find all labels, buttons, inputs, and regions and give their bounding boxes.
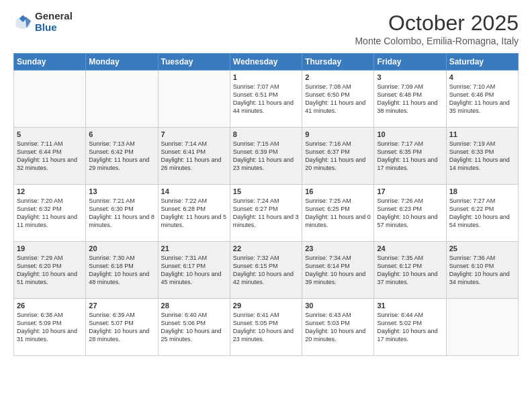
logo: General Blue <box>13 11 73 33</box>
cell-day-number: 25 <box>449 244 515 253</box>
cell-day-number: 12 <box>17 187 83 195</box>
weekday-saturday: Saturday <box>446 54 518 71</box>
logo-icon <box>13 13 32 32</box>
month-title: October 2025 <box>355 11 519 36</box>
logo-blue: Blue <box>35 22 73 34</box>
calendar-cell: 19Sunrise: 7:29 AM Sunset: 6:20 PM Dayli… <box>14 242 86 299</box>
calendar-cell <box>158 71 230 128</box>
cell-day-number: 13 <box>89 187 154 195</box>
cell-info: Sunrise: 7:14 AM Sunset: 6:41 PM Dayligh… <box>161 140 227 173</box>
cell-day-number: 15 <box>233 187 299 195</box>
weekday-thursday: Thursday <box>302 54 374 71</box>
location-title: Monte Colombo, Emilia-Romagna, Italy <box>355 36 519 46</box>
cell-day-number: 1 <box>233 73 299 81</box>
cell-info: Sunrise: 7:32 AM Sunset: 6:15 PM Dayligh… <box>233 254 299 287</box>
cell-day-number: 31 <box>377 302 443 310</box>
week-row-5: 26Sunrise: 6:38 AM Sunset: 5:09 PM Dayli… <box>14 299 519 356</box>
cell-info: Sunrise: 7:25 AM Sunset: 6:25 PM Dayligh… <box>305 197 371 230</box>
calendar-cell: 6Sunrise: 7:13 AM Sunset: 6:42 PM Daylig… <box>86 128 158 185</box>
calendar-cell: 2Sunrise: 7:08 AM Sunset: 6:50 PM Daylig… <box>302 71 374 128</box>
logo-general: General <box>35 11 73 22</box>
cell-info: Sunrise: 6:40 AM Sunset: 5:06 PM Dayligh… <box>161 311 227 344</box>
calendar-cell: 21Sunrise: 7:31 AM Sunset: 6:17 PM Dayli… <box>158 242 230 299</box>
calendar-cell: 20Sunrise: 7:30 AM Sunset: 6:18 PM Dayli… <box>86 242 158 299</box>
cell-day-number: 9 <box>305 130 371 138</box>
calendar-cell: 11Sunrise: 7:19 AM Sunset: 6:33 PM Dayli… <box>446 128 518 185</box>
cell-day-number: 18 <box>449 187 515 195</box>
cell-info: Sunrise: 7:09 AM Sunset: 6:48 PM Dayligh… <box>377 83 443 116</box>
cell-day-number: 2 <box>305 73 371 81</box>
weekday-friday: Friday <box>374 54 446 71</box>
cell-info: Sunrise: 7:08 AM Sunset: 6:50 PM Dayligh… <box>305 83 371 116</box>
calendar-cell: 7Sunrise: 7:14 AM Sunset: 6:41 PM Daylig… <box>158 128 230 185</box>
calendar-cell: 16Sunrise: 7:25 AM Sunset: 6:25 PM Dayli… <box>302 185 374 242</box>
cell-info: Sunrise: 7:19 AM Sunset: 6:33 PM Dayligh… <box>449 140 515 173</box>
calendar-cell: 17Sunrise: 7:26 AM Sunset: 6:23 PM Dayli… <box>374 185 446 242</box>
cell-info: Sunrise: 6:38 AM Sunset: 5:09 PM Dayligh… <box>17 311 83 344</box>
cell-info: Sunrise: 6:41 AM Sunset: 5:05 PM Dayligh… <box>233 311 299 344</box>
cell-day-number: 19 <box>17 244 83 253</box>
cell-day-number: 20 <box>89 244 154 253</box>
calendar-cell: 27Sunrise: 6:39 AM Sunset: 5:07 PM Dayli… <box>86 299 158 356</box>
cell-info: Sunrise: 7:35 AM Sunset: 6:12 PM Dayligh… <box>377 254 443 287</box>
cell-day-number: 23 <box>305 244 371 253</box>
cell-info: Sunrise: 7:30 AM Sunset: 6:18 PM Dayligh… <box>89 254 154 287</box>
calendar-cell: 5Sunrise: 7:11 AM Sunset: 6:44 PM Daylig… <box>14 128 86 185</box>
calendar-cell: 8Sunrise: 7:15 AM Sunset: 6:39 PM Daylig… <box>230 128 302 185</box>
cell-info: Sunrise: 6:43 AM Sunset: 5:03 PM Dayligh… <box>305 311 371 344</box>
calendar-cell: 9Sunrise: 7:16 AM Sunset: 6:37 PM Daylig… <box>302 128 374 185</box>
cell-info: Sunrise: 7:07 AM Sunset: 6:51 PM Dayligh… <box>233 83 299 116</box>
calendar-cell: 29Sunrise: 6:41 AM Sunset: 5:05 PM Dayli… <box>230 299 302 356</box>
cell-info: Sunrise: 7:15 AM Sunset: 6:39 PM Dayligh… <box>233 140 299 173</box>
cell-info: Sunrise: 7:22 AM Sunset: 6:28 PM Dayligh… <box>161 197 227 230</box>
cell-day-number: 7 <box>161 130 227 138</box>
header: General Blue October 2025 Monte Colombo,… <box>13 11 519 46</box>
cell-day-number: 17 <box>377 187 443 195</box>
calendar-cell: 28Sunrise: 6:40 AM Sunset: 5:06 PM Dayli… <box>158 299 230 356</box>
cell-day-number: 6 <box>89 130 154 138</box>
cell-info: Sunrise: 7:31 AM Sunset: 6:17 PM Dayligh… <box>161 254 227 287</box>
calendar-cell: 31Sunrise: 6:44 AM Sunset: 5:02 PM Dayli… <box>374 299 446 356</box>
calendar-cell: 24Sunrise: 7:35 AM Sunset: 6:12 PM Dayli… <box>374 242 446 299</box>
calendar-cell <box>446 299 518 356</box>
weekday-sunday: Sunday <box>14 54 86 71</box>
week-row-4: 19Sunrise: 7:29 AM Sunset: 6:20 PM Dayli… <box>14 242 519 299</box>
cell-info: Sunrise: 7:10 AM Sunset: 6:46 PM Dayligh… <box>449 83 515 116</box>
cell-info: Sunrise: 7:29 AM Sunset: 6:20 PM Dayligh… <box>17 254 83 287</box>
calendar-cell <box>14 71 86 128</box>
calendar: SundayMondayTuesdayWednesdayThursdayFrid… <box>13 53 519 356</box>
calendar-cell: 1Sunrise: 7:07 AM Sunset: 6:51 PM Daylig… <box>230 71 302 128</box>
cell-info: Sunrise: 7:36 AM Sunset: 6:10 PM Dayligh… <box>449 254 515 287</box>
cell-info: Sunrise: 6:44 AM Sunset: 5:02 PM Dayligh… <box>377 311 443 344</box>
cell-day-number: 28 <box>161 302 227 310</box>
cell-day-number: 10 <box>377 130 443 138</box>
week-row-2: 5Sunrise: 7:11 AM Sunset: 6:44 PM Daylig… <box>14 128 519 185</box>
cell-info: Sunrise: 7:11 AM Sunset: 6:44 PM Dayligh… <box>17 140 83 173</box>
cell-info: Sunrise: 7:16 AM Sunset: 6:37 PM Dayligh… <box>305 140 371 173</box>
calendar-cell: 18Sunrise: 7:27 AM Sunset: 6:22 PM Dayli… <box>446 185 518 242</box>
calendar-cell: 26Sunrise: 6:38 AM Sunset: 5:09 PM Dayli… <box>14 299 86 356</box>
cell-day-number: 3 <box>377 73 443 81</box>
cell-info: Sunrise: 7:17 AM Sunset: 6:35 PM Dayligh… <box>377 140 443 173</box>
calendar-cell <box>86 71 158 128</box>
weekday-tuesday: Tuesday <box>158 54 230 71</box>
cell-day-number: 21 <box>161 244 227 253</box>
calendar-cell: 23Sunrise: 7:34 AM Sunset: 6:14 PM Dayli… <box>302 242 374 299</box>
weekday-header-row: SundayMondayTuesdayWednesdayThursdayFrid… <box>14 54 519 71</box>
cell-day-number: 22 <box>233 244 299 253</box>
cell-day-number: 27 <box>89 302 154 310</box>
cell-info: Sunrise: 7:34 AM Sunset: 6:14 PM Dayligh… <box>305 254 371 287</box>
calendar-cell: 4Sunrise: 7:10 AM Sunset: 6:46 PM Daylig… <box>446 71 518 128</box>
calendar-cell: 25Sunrise: 7:36 AM Sunset: 6:10 PM Dayli… <box>446 242 518 299</box>
cell-day-number: 24 <box>377 244 443 253</box>
cell-day-number: 29 <box>233 302 299 310</box>
logo-text: General Blue <box>35 11 73 33</box>
cell-info: Sunrise: 7:24 AM Sunset: 6:27 PM Dayligh… <box>233 197 299 230</box>
calendar-cell: 10Sunrise: 7:17 AM Sunset: 6:35 PM Dayli… <box>374 128 446 185</box>
title-block: October 2025 Monte Colombo, Emilia-Romag… <box>355 11 519 46</box>
cell-day-number: 30 <box>305 302 371 310</box>
week-row-1: 1Sunrise: 7:07 AM Sunset: 6:51 PM Daylig… <box>14 71 519 128</box>
cell-info: Sunrise: 7:13 AM Sunset: 6:42 PM Dayligh… <box>89 140 154 173</box>
calendar-cell: 15Sunrise: 7:24 AM Sunset: 6:27 PM Dayli… <box>230 185 302 242</box>
calendar-cell: 22Sunrise: 7:32 AM Sunset: 6:15 PM Dayli… <box>230 242 302 299</box>
